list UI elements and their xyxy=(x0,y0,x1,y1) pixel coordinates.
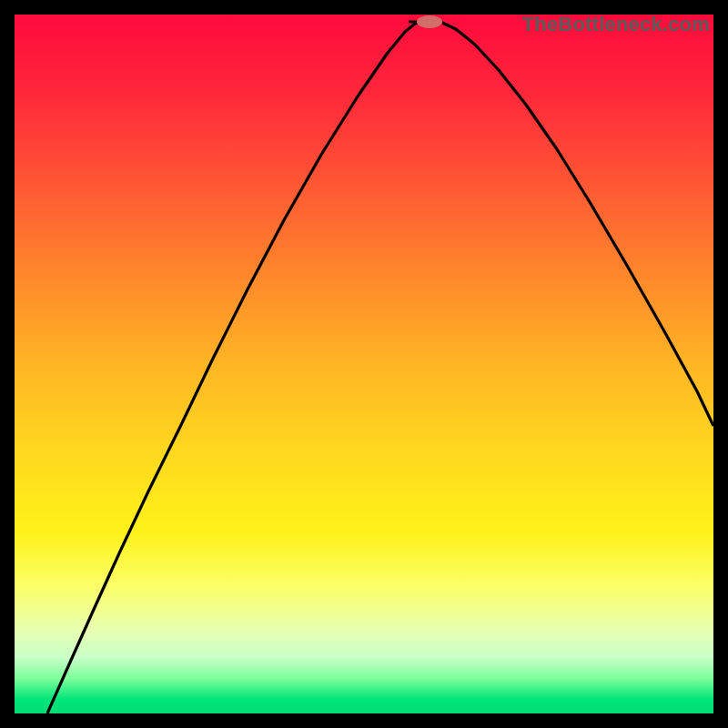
watermark-label: TheBottleneck.com xyxy=(522,13,710,36)
chart-frame: TheBottleneck.com xyxy=(0,0,728,728)
curve-right xyxy=(440,22,713,426)
chart-svg xyxy=(15,15,713,713)
min-marker xyxy=(417,15,442,28)
curve-left xyxy=(47,22,420,713)
